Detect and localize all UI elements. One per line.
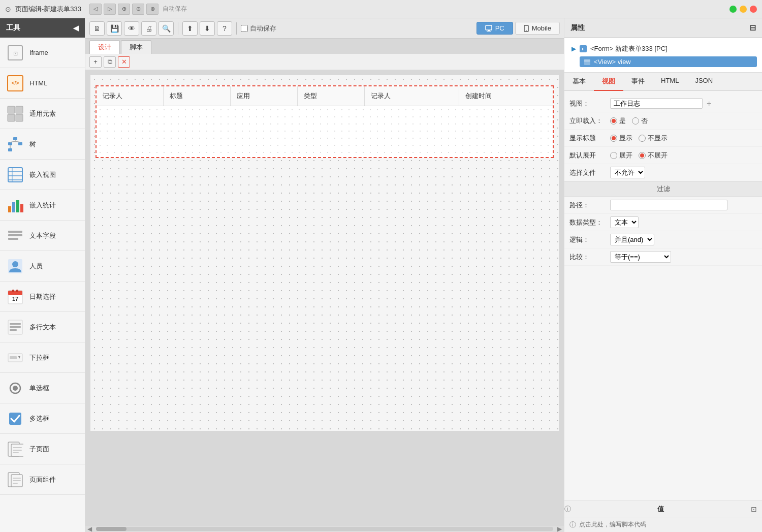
top-btn-1[interactable]: ◁ (89, 4, 102, 15)
maximize-icon[interactable]: ⊡ (746, 505, 762, 513)
props-select-file-select[interactable]: 不允许 允许 (610, 167, 645, 178)
svg-rect-50 (13, 478, 21, 479)
sidebar-item-embed-view[interactable]: 嵌入视图 (0, 160, 85, 190)
sidebar-item-date-label: 日期选择 (29, 292, 56, 301)
close-button[interactable] (750, 6, 757, 13)
svg-point-41 (13, 386, 18, 391)
mobile-button[interactable]: Mobile (515, 22, 560, 35)
svg-rect-34 (10, 323, 21, 325)
sidebar-item-html-label: HTML (29, 79, 47, 87)
props-tab-json[interactable]: JSON (687, 73, 721, 91)
top-btn-2[interactable]: ▷ (104, 4, 116, 15)
props-load-label: 立即载入： (569, 116, 610, 126)
no-show-option[interactable]: 不显示 (639, 134, 668, 143)
toolbar-print-btn[interactable]: 🖨 (141, 21, 156, 36)
expand-radio[interactable] (610, 152, 617, 159)
tree-form-item[interactable]: ▶ F <Form> 新建表单333 [PC] (569, 43, 757, 55)
top-btn-3[interactable]: ⊕ (118, 4, 130, 15)
sidebar-item-tree[interactable]: 树 (0, 129, 85, 160)
pc-button[interactable]: PC (477, 22, 513, 35)
svg-text:17: 17 (12, 296, 18, 302)
toolbar-new-btn[interactable]: 🗎 (89, 21, 105, 36)
canvas-add-button[interactable]: + (89, 56, 102, 68)
sidebar-collapse-button[interactable]: ◀ (73, 24, 79, 32)
sidebar-item-radio[interactable]: 单选框 (0, 373, 85, 403)
toolbar-export-btn[interactable]: ⬆ (182, 21, 198, 36)
load-yes-option[interactable]: 是 (610, 116, 626, 126)
maximize-button[interactable] (740, 6, 747, 13)
load-yes-radio[interactable] (610, 117, 617, 124)
scroll-right-arrow[interactable]: ▶ (555, 525, 564, 533)
props-view-label: 视图： (569, 99, 610, 108)
html-icon: </> (6, 74, 24, 92)
load-no-radio[interactable] (632, 117, 639, 124)
toolbar-search-btn[interactable]: 🔍 (158, 21, 174, 36)
tab-script[interactable]: 脚本 (121, 40, 151, 54)
tab-design[interactable]: 设计 (89, 40, 120, 54)
auto-save-hint: 自动保存 (163, 5, 187, 13)
minimize-button[interactable] (729, 6, 737, 13)
no-expand-option[interactable]: 不展开 (639, 151, 668, 160)
canvas-scrollbar[interactable]: ◀ ▶ (85, 525, 564, 532)
toolbar-import-btn[interactable]: ⬇ (200, 21, 215, 36)
scroll-left-arrow[interactable]: ◀ (85, 525, 94, 533)
show-radio[interactable] (610, 135, 617, 142)
sidebar-item-iframe[interactable]: ⊡ Iframe (0, 38, 85, 68)
toolbar-preview-btn[interactable]: 👁 (124, 21, 139, 36)
sidebar-item-page-comp[interactable]: 页面组件 (0, 464, 85, 495)
script-area[interactable]: ⓘ 点击此处，编写脚本代码 (564, 517, 762, 532)
props-tab-event[interactable]: 事件 (623, 73, 653, 91)
sidebar-item-person[interactable]: 人员 (0, 251, 85, 281)
props-logic-select[interactable]: 并且(and) 或者(or) (610, 234, 654, 245)
props-tab-basic[interactable]: 基本 (564, 73, 594, 91)
sidebar-item-general[interactable]: 通用元素 (0, 99, 85, 129)
scroll-track[interactable] (96, 527, 553, 531)
svg-rect-36 (10, 329, 17, 331)
right-panel-minimize-button[interactable]: ⊟ (749, 23, 756, 33)
props-compare-select[interactable]: 等于(==) 不等于(!=) 大于(>) 小于(<) (610, 251, 671, 263)
filter-section-header: 过滤 (564, 181, 762, 197)
props-view-input[interactable] (610, 98, 703, 109)
top-btn-5[interactable]: ⊗ (146, 4, 158, 15)
svg-rect-46 (13, 450, 22, 451)
sidebar-item-multiline[interactable]: 多行文本 (0, 312, 85, 342)
sidebar-item-select[interactable]: 下拉框 (0, 342, 85, 373)
canvas-delete-button[interactable]: ✕ (118, 56, 130, 68)
view-table[interactable]: 记录人 标题 应用 类型 记录人 创建时间 (96, 85, 554, 158)
load-no-option[interactable]: 否 (632, 116, 648, 126)
info-icon[interactable]: ⓘ (564, 505, 571, 514)
expand-option[interactable]: 展开 (610, 151, 632, 160)
props-tab-view[interactable]: 视图 (594, 73, 623, 91)
svg-rect-23 (8, 231, 22, 233)
canvas-area[interactable]: 记录人 标题 应用 类型 记录人 创建时间 (85, 70, 564, 525)
sidebar-item-checkbox[interactable]: 多选框 (0, 403, 85, 434)
script-area-text: 点击此处，编写脚本代码 (579, 520, 646, 529)
scroll-thumb[interactable] (96, 527, 126, 531)
toolbar-help-btn[interactable]: ? (217, 21, 232, 36)
props-data-type-select[interactable]: 文本 数字 日期 (610, 216, 639, 228)
sidebar-item-subpage[interactable]: 子页面 (0, 434, 85, 464)
props-view-plus[interactable]: + (707, 99, 711, 108)
svg-rect-25 (8, 238, 18, 240)
show-option[interactable]: 显示 (610, 134, 632, 143)
sidebar-item-text-field[interactable]: 文本字段 (0, 221, 85, 251)
props-tab-html[interactable]: HTML (653, 73, 687, 91)
no-expand-radio[interactable] (639, 152, 646, 159)
top-btn-4[interactable]: ⊙ (132, 4, 144, 15)
sidebar-item-subpage-label: 子页面 (29, 445, 49, 454)
auto-save-checkbox[interactable] (241, 25, 248, 32)
svg-line-12 (15, 141, 20, 142)
sidebar-item-html[interactable]: </> HTML (0, 68, 85, 99)
canvas-copy-button[interactable]: ⧉ (104, 56, 116, 68)
no-show-radio[interactable] (639, 135, 646, 142)
sidebar-item-embed-stat[interactable]: 嵌入统计 (0, 190, 85, 221)
toolbar-save-btn[interactable]: 💾 (107, 21, 122, 36)
props-show-title-value: 显示 不显示 (610, 134, 757, 143)
main-container: 工具 ◀ ⊡ Iframe </> HTML 通用元 (0, 18, 762, 532)
right-panel-title: 属性 (570, 23, 585, 33)
props-path-input[interactable] (610, 200, 727, 210)
no-expand-label: 不展开 (648, 151, 668, 160)
tree-view-item[interactable]: <View> view (580, 56, 757, 67)
embed-view-icon (6, 166, 24, 184)
sidebar-item-date[interactable]: 17 日期选择 (0, 281, 85, 312)
